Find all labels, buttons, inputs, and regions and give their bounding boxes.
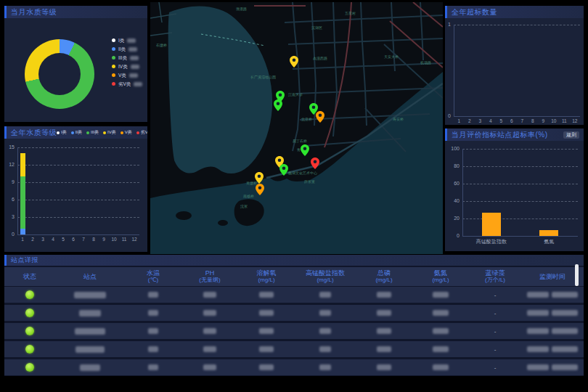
table-row[interactable]: - [4, 287, 584, 303]
table-cell [238, 328, 295, 335]
y-axis-tick: 0 [4, 232, 15, 237]
status-cell [4, 363, 55, 372]
y-axis-tick: 6 [4, 197, 15, 202]
table-cell [295, 364, 356, 371]
redacted-value [259, 328, 274, 334]
table-row[interactable]: - [4, 305, 584, 321]
map-pin-green[interactable] [274, 99, 282, 111]
redacted-value [75, 328, 105, 335]
y-axis-tick: 60 [445, 181, 460, 186]
y-axis-tick: 80 [445, 163, 460, 168]
redacted-value [80, 364, 100, 371]
gridline [17, 182, 139, 183]
map-pin-green[interactable] [301, 144, 309, 156]
table-cell [295, 310, 356, 317]
legend-item: 劣V类 [112, 81, 142, 86]
redacted-value [74, 292, 106, 298]
redacted-value [433, 346, 449, 352]
redacted-value [203, 310, 216, 316]
bar-segment[interactable] [20, 176, 25, 229]
map-pin-green[interactable] [279, 164, 288, 176]
x-axis-tick: 12 [113, 237, 147, 242]
table-cell [125, 292, 181, 298]
map-pin-red[interactable] [311, 158, 319, 169]
map-pin-yellow[interactable] [290, 56, 298, 68]
table-cell [125, 346, 181, 353]
status-cell [4, 309, 55, 317]
column-header: 状态 [4, 273, 55, 280]
algae-cell: - [469, 346, 521, 353]
panel-monthly-water-quality: 当月水质等级 I类II类III类IV类V类劣V类 [4, 6, 147, 122]
table-cell [181, 328, 238, 335]
status-indicator [25, 345, 34, 354]
panel-annual-water-quality: 全年水质等级 I类II类III类IV类V类劣V类 036912151234567… [4, 126, 147, 252]
y-axis-tick: 0 [445, 233, 460, 238]
bar-segment[interactable] [482, 213, 501, 236]
map-pin-yellow[interactable] [255, 172, 264, 184]
table-row[interactable]: - [4, 359, 584, 375]
table-cell [356, 346, 412, 353]
donut-legend: I类II类III类IV类V类劣V类 [112, 38, 142, 90]
annual-grade-chart[interactable]: 03691215123456789101112 [4, 126, 147, 252]
redacted-value [134, 82, 142, 86]
bar-segment[interactable] [20, 153, 25, 176]
algae-cell: - [469, 328, 521, 335]
bar-segment[interactable] [20, 229, 25, 234]
legend-dot [112, 73, 115, 77]
panel-header: 当月水质等级 [4, 6, 147, 18]
annual-exceedance-chart[interactable]: 01123456789101112 [445, 6, 584, 125]
map-pin-orange[interactable] [256, 184, 264, 195]
gridline [17, 217, 139, 218]
y-axis-tick: 12 [4, 162, 15, 167]
column-header: 蓝绿藻(万个/L) [469, 269, 521, 284]
redacted-value [130, 56, 139, 60]
redacted-value [319, 346, 331, 352]
water-quality-donut-chart[interactable] [25, 39, 94, 109]
bar-segment[interactable] [539, 230, 558, 236]
table-cell [412, 310, 469, 317]
table-title: 站点详报 [11, 256, 38, 265]
table-cell [356, 328, 412, 335]
table-cell [181, 310, 238, 317]
y-axis-tick: 15 [4, 144, 15, 150]
table-cell [125, 310, 181, 317]
table-cell [238, 292, 295, 298]
legend-label: V类 [118, 73, 126, 78]
legend-item: II类 [112, 46, 142, 52]
panel-annual-exceedance: 全年超标数量 01123456789101112 [445, 6, 584, 125]
time-cell [521, 292, 584, 298]
table-cell [55, 327, 125, 334]
redacted-time [552, 364, 578, 370]
map[interactable]: 石塘桥渔港路滨湖区五星村高浪西路长广溪湿地公园江南大学北亚桥天安大桥机场路寿安桥… [150, 2, 443, 254]
table-title-bar: 站点详报 [4, 255, 584, 266]
x-axis-tick: 12 [553, 118, 584, 123]
column-header: 水温(℃) [125, 269, 181, 284]
redacted-time [552, 292, 578, 298]
panel-exceedance-rate: 当月评价指标站点超标率(%) 规则 020406080100高锰酸盐指数氨氮 [445, 128, 584, 251]
redacted-value [203, 292, 216, 298]
table-scrollbar[interactable] [575, 264, 579, 286]
column-header: PH(无量纲) [181, 269, 238, 284]
redacted-date [527, 328, 549, 334]
legend-label: I类 [118, 38, 124, 43]
map-pin-orange[interactable] [316, 111, 324, 123]
legend-label: 劣V类 [118, 81, 131, 86]
y-axis-tick: 1 [445, 22, 451, 27]
y-axis-tick: 3 [4, 214, 15, 219]
algae-cell: - [469, 292, 521, 298]
x-axis [462, 236, 578, 237]
status-cell [4, 290, 55, 299]
redacted-time [552, 310, 578, 316]
time-cell [521, 310, 584, 317]
table-cell [55, 291, 125, 298]
table-cell [55, 346, 125, 352]
table-row[interactable]: - [4, 323, 584, 339]
redacted-value [377, 310, 391, 316]
exceedance-rate-chart[interactable]: 020406080100高锰酸盐指数氨氮 [445, 128, 584, 251]
status-indicator [25, 327, 34, 335]
y-axis [454, 25, 454, 116]
redacted-value [433, 328, 449, 334]
table-row[interactable]: - [4, 341, 584, 357]
legend-item: IV类 [112, 64, 142, 69]
redacted-date [527, 346, 549, 352]
